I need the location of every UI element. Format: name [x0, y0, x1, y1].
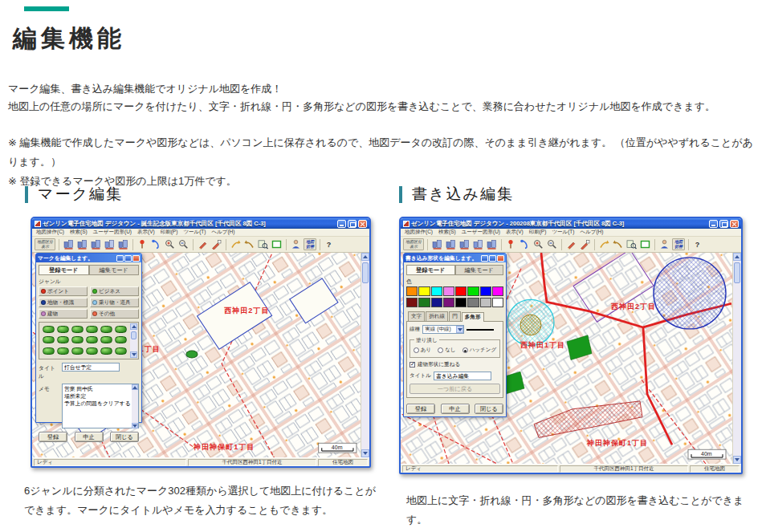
scroll-down-icon[interactable] [361, 449, 369, 457]
line-type-select[interactable]: 実線 (中線) [422, 325, 464, 334]
color-swatch[interactable] [406, 286, 418, 296]
mark-button[interactable] [115, 347, 127, 355]
building-layer-icon[interactable] [458, 238, 471, 251]
help-icon[interactable]: ? [692, 241, 703, 249]
building-layer-icon[interactable] [90, 238, 102, 251]
menu-item[interactable]: 印刷(P) [529, 229, 547, 236]
scrollbar-thumb[interactable] [734, 262, 740, 283]
zoom-out-icon[interactable] [177, 238, 189, 251]
genre-business-button[interactable]: ビジネス [90, 286, 139, 296]
mark-button[interactable] [57, 347, 69, 355]
zoom-out-icon[interactable] [546, 238, 558, 251]
close-button[interactable] [358, 220, 367, 228]
area-select-icon[interactable] [271, 238, 283, 251]
tab-edit-mode[interactable]: 編集モード [455, 265, 504, 275]
menu-item[interactable]: 地図操作(C) [36, 229, 64, 236]
dialog-maximize-button[interactable] [489, 255, 496, 262]
user-icon[interactable] [290, 238, 302, 251]
scroll-up-icon[interactable] [132, 384, 138, 390]
dialog-minimize-button[interactable] [481, 255, 488, 262]
area-select-icon[interactable] [639, 238, 651, 251]
color-swatch[interactable] [492, 298, 503, 307]
vertical-scrollbar[interactable] [732, 253, 741, 464]
genre-landmark-button[interactable]: 地物・標識 [39, 298, 88, 307]
mark-button[interactable] [86, 336, 98, 343]
building-layer-icon[interactable] [472, 238, 484, 251]
mark-button[interactable] [57, 326, 69, 333]
mark-pin-icon[interactable] [505, 238, 517, 251]
memo-scrollbar[interactable] [132, 384, 138, 428]
scroll-down-icon[interactable] [132, 423, 138, 428]
building-layer-icon[interactable] [63, 238, 75, 251]
cancel-button[interactable]: 中止 [75, 432, 104, 442]
scroll-up-icon[interactable] [361, 253, 369, 261]
building-layer-icon[interactable] [486, 238, 498, 251]
map-division-button[interactable]: 地図区分表示 [403, 238, 424, 250]
menu-item[interactable]: 検索(S) [438, 229, 456, 236]
mark-button[interactable] [71, 347, 84, 355]
dialog-close-button[interactable] [497, 255, 504, 262]
building-layer-icon[interactable] [76, 238, 88, 251]
radio-selected-icon[interactable] [462, 347, 468, 353]
building-layer-icon[interactable] [445, 238, 457, 251]
building-layer-icon[interactable] [117, 238, 129, 251]
dialog-maximize-button[interactable] [124, 255, 132, 262]
color-swatch[interactable] [431, 298, 442, 307]
map-switch-button[interactable]: 地図切替 [672, 238, 685, 250]
menu-item[interactable]: 表示(V) [137, 229, 155, 236]
color-swatch[interactable] [431, 286, 442, 296]
scrollbar-thumb[interactable] [362, 262, 369, 283]
genre-point-button[interactable]: ポイント [39, 286, 88, 296]
menu-item[interactable]: 表示(V) [506, 229, 524, 236]
mark-pin-icon[interactable] [136, 238, 149, 251]
genre-building-button[interactable]: 建物 [39, 309, 88, 319]
chevron-down-icon[interactable] [456, 326, 463, 333]
mark-button[interactable] [86, 326, 98, 333]
menu-item[interactable]: ヘルプ(H) [211, 229, 234, 236]
color-swatch[interactable] [443, 298, 454, 307]
titlebar[interactable]: ゼンリン電子住宅地図 デジタウン - 誕生記念版東京都千代田区 [千代田区 8図… [32, 218, 369, 229]
menu-item[interactable]: ヘルプ(H) [580, 229, 603, 236]
fill-option-hatching[interactable]: ハッチング [462, 347, 497, 354]
drawn-circle-blue[interactable] [654, 258, 726, 329]
map-division-button[interactable]: 地図区分表示 [35, 238, 55, 250]
vertical-scrollbar[interactable] [361, 253, 369, 457]
maximize-button[interactable] [719, 220, 728, 228]
menu-item[interactable]: 地図操作(C) [405, 229, 433, 236]
route-arrow2-icon[interactable] [612, 238, 624, 251]
tab-polyline[interactable]: 折れ線 [426, 311, 448, 321]
tab-circle[interactable]: 円 [449, 311, 461, 321]
mark-button[interactable] [71, 336, 84, 343]
tab-polygon[interactable]: 多角形 [462, 312, 484, 322]
pen2-icon[interactable] [210, 238, 222, 251]
mark-button[interactable] [43, 336, 55, 343]
scroll-down-icon[interactable] [130, 351, 137, 358]
maximize-button[interactable] [348, 220, 357, 228]
register-button[interactable]: 登録 [406, 404, 435, 414]
drawn-circle-olive[interactable] [520, 315, 541, 335]
dialog-titlebar[interactable]: マークを編集します。 [36, 254, 141, 262]
overlay-checkbox-row[interactable]: 建物形状に重ねる [409, 361, 500, 368]
mark-button[interactable] [71, 326, 84, 333]
mark-button[interactable] [100, 336, 112, 343]
undo-button[interactable]: 一つ前に戻る [409, 384, 500, 394]
menu-item[interactable]: 検索(S) [70, 229, 88, 236]
minimize-button[interactable] [709, 220, 718, 228]
checkbox-checked-icon[interactable] [409, 362, 415, 368]
menu-item[interactable]: ユーザー図形(U) [93, 229, 132, 236]
titlebar[interactable]: ゼンリン電子住宅地図 デジタウン - 200208東京都千代田区 [千代田区 8… [401, 218, 741, 229]
menu-item[interactable]: ツール(T) [183, 229, 206, 236]
user-icon[interactable] [658, 238, 670, 251]
menu-item[interactable]: ユーザー図形(U) [462, 229, 500, 236]
help-icon[interactable]: ? [324, 241, 334, 249]
scrollbar-track[interactable] [361, 261, 369, 449]
menu-item[interactable]: 印刷(P) [161, 229, 178, 236]
pen-icon[interactable] [197, 238, 209, 251]
genre-other-button[interactable]: その他 [90, 309, 139, 319]
mark-grid-scrollbar[interactable] [130, 323, 137, 358]
fill-option-yes[interactable]: あり [414, 347, 432, 354]
menu-item[interactable]: ツール(T) [552, 229, 574, 236]
mark-title-input[interactable] [62, 363, 120, 372]
mark-button[interactable] [57, 336, 69, 343]
memo-textarea[interactable]: 営業 田中氏 場所未定 予算上の問題をクリアする [62, 384, 139, 428]
